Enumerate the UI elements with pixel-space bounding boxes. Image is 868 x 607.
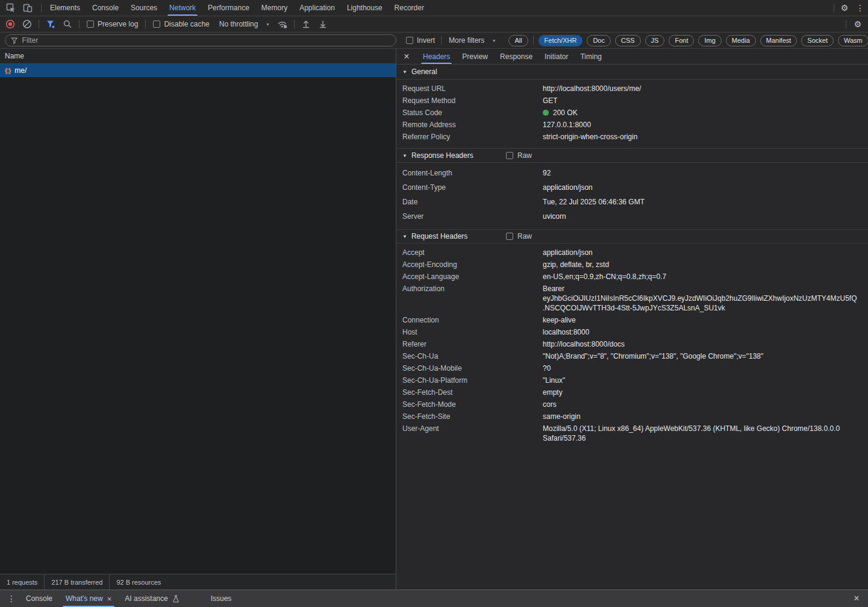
tab-initiator[interactable]: Initiator: [539, 49, 574, 64]
checkbox[interactable]: [153, 20, 160, 28]
divider: [834, 4, 834, 12]
tab-timing[interactable]: Timing: [574, 49, 608, 64]
tab-elements[interactable]: Elements: [44, 0, 86, 16]
network-settings-gear-icon[interactable]: ⚙: [850, 17, 866, 31]
request-table-pane: Name {:} me/ 1 requests 217 B transferre…: [0, 49, 396, 590]
inspect-element-icon[interactable]: [3, 1, 19, 14]
tab-preview[interactable]: Preview: [456, 49, 494, 64]
filter-input[interactable]: [22, 36, 390, 45]
invert-label: Invert: [417, 36, 435, 45]
json-request-icon: {:}: [5, 67, 10, 74]
chip-css[interactable]: CSS: [615, 35, 641, 46]
header-row: Content-Length92: [396, 166, 868, 180]
header-row: Refererhttp://localhost:8000/docs: [396, 338, 868, 350]
tab-recorder[interactable]: Recorder: [389, 0, 430, 16]
checkbox[interactable]: [506, 233, 513, 240]
headers-panel: ▼ General Request URLhttp://localhost:80…: [396, 64, 868, 590]
chip-socket[interactable]: Socket: [801, 35, 834, 46]
checkbox[interactable]: [406, 37, 413, 44]
preserve-log-checkbox[interactable]: Preserve log: [83, 20, 142, 28]
request-headers-section-title: Request Headers: [411, 232, 467, 241]
detail-tabbar: × Headers Preview Response Initiator Tim…: [396, 49, 868, 64]
response-raw-checkbox[interactable]: Raw: [506, 151, 532, 160]
checkbox[interactable]: [87, 20, 94, 28]
chip-all[interactable]: All: [508, 35, 528, 46]
tab-headers[interactable]: Headers: [417, 49, 456, 64]
header-row: Accept-Languageen-US,en;q=0.9,zh-CN;q=0.…: [396, 271, 868, 283]
export-har-icon[interactable]: [315, 17, 331, 31]
drawer-tab-whats-new[interactable]: What's new ×: [59, 590, 118, 607]
general-section-header[interactable]: ▼ General: [396, 64, 868, 80]
tab-console[interactable]: Console: [86, 0, 125, 16]
header-row: Acceptapplication/json: [396, 247, 868, 259]
divider: [79, 20, 80, 28]
tab-lighthouse[interactable]: Lighthouse: [341, 0, 389, 16]
chip-fetch-xhr[interactable]: Fetch/XHR: [539, 35, 583, 46]
header-row: Sec-Ch-Ua-Platform"Linux": [396, 374, 868, 386]
close-tab-icon[interactable]: ×: [107, 594, 112, 603]
requests-count: 1 requests: [0, 574, 45, 590]
network-conditions-icon[interactable]: [275, 17, 290, 31]
checkbox[interactable]: [506, 152, 513, 159]
tab-memory[interactable]: Memory: [255, 0, 293, 16]
tab-sources[interactable]: Sources: [125, 0, 163, 16]
disable-cache-checkbox[interactable]: Disable cache: [149, 20, 213, 28]
header-row: AuthorizationBearer eyJhbGciOiJIUzI1NiIs…: [396, 283, 868, 314]
drawer-tab-issues[interactable]: Issues: [204, 590, 239, 607]
invert-checkbox[interactable]: Invert: [402, 36, 439, 45]
tab-application[interactable]: Application: [293, 0, 341, 16]
throttling-select[interactable]: No throttling ▾: [214, 20, 274, 28]
divider: [41, 4, 42, 12]
header-row: Remote Address127.0.0.1:8000: [396, 119, 868, 131]
filter-funnel-icon: [11, 37, 19, 45]
response-headers-section-header[interactable]: ▼ Response Headers Raw: [396, 148, 868, 163]
filter-funnel-icon[interactable]: [43, 17, 58, 31]
chip-js[interactable]: JS: [645, 35, 665, 46]
device-toolbar-icon[interactable]: [20, 1, 36, 14]
tab-network[interactable]: Network: [163, 0, 202, 16]
chip-img[interactable]: Img: [698, 35, 721, 46]
search-icon[interactable]: [60, 17, 75, 31]
request-row-selected[interactable]: {:} me/: [0, 64, 396, 77]
chip-manifest[interactable]: Manifest: [760, 35, 798, 46]
network-toolbar: Preserve log Disable cache No throttling…: [0, 16, 868, 33]
tab-response[interactable]: Response: [494, 49, 539, 64]
name-column-label: Name: [5, 52, 24, 60]
disable-cache-label: Disable cache: [164, 20, 209, 28]
divider: [846, 20, 846, 28]
drawer-kebab-menu-icon[interactable]: ⋮: [4, 592, 19, 605]
divider: [145, 20, 146, 28]
request-headers-section-header[interactable]: ▼ Request Headers Raw: [396, 229, 868, 244]
devtools-window: Elements Console Sources Network Perform…: [0, 0, 868, 607]
chip-doc[interactable]: Doc: [587, 35, 611, 46]
status-ok-dot: [543, 110, 549, 116]
chip-wasm[interactable]: Wasm: [838, 35, 868, 46]
chip-media[interactable]: Media: [726, 35, 756, 46]
close-detail-icon[interactable]: ×: [396, 49, 417, 64]
header-row: Connectionkeep-alive: [396, 314, 868, 326]
transferred-size: 217 B transferred: [45, 574, 110, 590]
header-row: Sec-Fetch-Sitesame-origin: [396, 410, 868, 423]
divider: [441, 36, 442, 45]
chevron-down-icon: ▾: [266, 22, 269, 27]
settings-gear-icon[interactable]: ⚙: [837, 1, 852, 14]
name-column-header[interactable]: Name: [0, 49, 396, 64]
filter-input-wrap[interactable]: [5, 34, 396, 46]
resources-size: 92 B resources: [110, 574, 167, 590]
record-network-log-icon[interactable]: [2, 17, 18, 31]
tab-performance[interactable]: Performance: [202, 0, 255, 16]
divider: [39, 20, 39, 28]
kebab-menu-icon[interactable]: ⋮: [852, 1, 868, 14]
drawer-tab-ai-assistance[interactable]: AI assistance: [118, 590, 186, 607]
clear-network-log-icon[interactable]: [19, 17, 35, 31]
request-headers-section-body: Acceptapplication/json Accept-Encodinggz…: [396, 244, 868, 450]
chip-font[interactable]: Font: [669, 35, 694, 46]
drawer-tab-console[interactable]: Console: [19, 590, 59, 607]
more-filters-dropdown[interactable]: More filters ▾: [444, 36, 500, 45]
header-row: Sec-Fetch-Modecors: [396, 398, 868, 410]
request-raw-checkbox[interactable]: Raw: [506, 232, 532, 241]
close-drawer-icon[interactable]: ×: [849, 592, 864, 605]
import-har-icon[interactable]: [298, 17, 314, 31]
network-filter-bar: Invert More filters ▾ All Fetch/XHR Doc …: [0, 33, 868, 49]
resource-type-chips: All Fetch/XHR Doc CSS JS Font Img Media …: [508, 35, 868, 46]
